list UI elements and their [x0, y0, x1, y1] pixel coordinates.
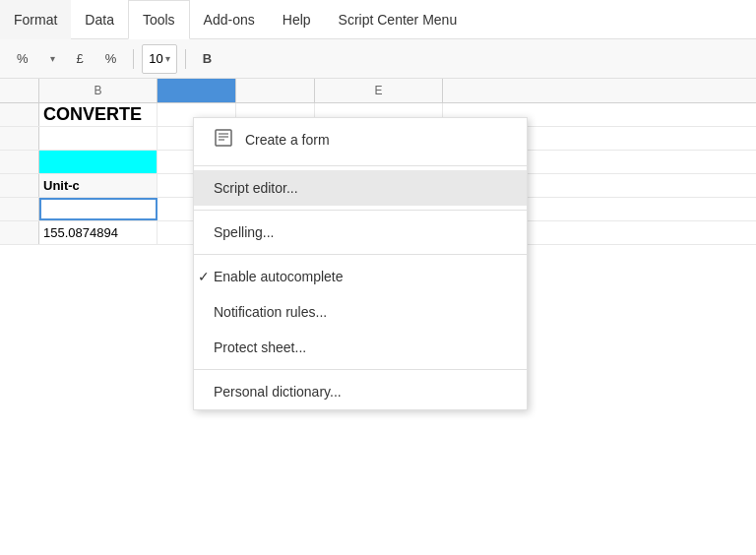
toolbar-percent[interactable]: %: [8, 44, 37, 74]
col-header-e[interactable]: E: [315, 79, 443, 102]
column-headers: B E: [0, 79, 756, 103]
cell-b4[interactable]: Unit-c: [39, 174, 158, 197]
toolbar-separator-2: [185, 49, 186, 69]
menu-script-editor[interactable]: Script editor...: [194, 170, 527, 206]
menu-script-center[interactable]: Script Center Menu: [325, 0, 472, 39]
notification-rules-label: Notification rules...: [214, 304, 327, 320]
menu-help[interactable]: Help: [269, 0, 325, 39]
font-size-dropdown[interactable]: 10 ▾: [142, 44, 176, 74]
toolbar-dropdown-arrow[interactable]: ▾: [41, 44, 64, 74]
autocomplete-label: Enable autocomplete: [214, 269, 344, 284]
menu-separator-4: [194, 369, 527, 370]
cell-b1[interactable]: CONVERTE: [39, 103, 158, 126]
menu-spelling[interactable]: Spelling...: [194, 215, 527, 250]
menu-autocomplete[interactable]: ✓ Enable autocomplete: [194, 259, 527, 294]
menu-data[interactable]: Data: [71, 0, 128, 39]
protect-sheet-label: Protect sheet...: [214, 339, 306, 355]
checkmark-icon: ✓: [198, 269, 210, 284]
col-header-c[interactable]: [158, 79, 236, 102]
spelling-label: Spelling...: [214, 224, 274, 240]
cell-b2[interactable]: [39, 127, 158, 150]
toolbar-bold[interactable]: B: [194, 44, 220, 74]
menu-separator-3: [194, 254, 527, 255]
menu-tools[interactable]: Tools: [128, 0, 190, 39]
script-editor-label: Script editor...: [214, 180, 298, 196]
menu-separator-2: [194, 210, 527, 211]
corner-cell: [0, 79, 39, 102]
menu-personal-dictionary[interactable]: Personal dictionary...: [194, 374, 527, 409]
menu-separator: [194, 165, 527, 166]
cell-b5[interactable]: [39, 198, 158, 220]
form-icon: [214, 128, 233, 152]
menu-format[interactable]: Format: [0, 0, 71, 39]
cell-b6[interactable]: 155.0874894: [39, 221, 158, 244]
col-header-b[interactable]: B: [39, 79, 158, 102]
toolbar-pound[interactable]: £: [68, 44, 93, 74]
toolbar-separator: [133, 49, 134, 69]
menu-bar: Format Data Tools Add-ons Help Script Ce…: [0, 0, 756, 39]
svg-rect-0: [216, 130, 231, 146]
col-header-d[interactable]: [236, 79, 315, 102]
toolbar-percent2[interactable]: %: [96, 44, 126, 74]
menu-create-form[interactable]: Create a form: [194, 118, 527, 161]
toolbar: % ▾ £ % 10 ▾ B: [0, 39, 756, 79]
create-form-label: Create a form: [245, 132, 330, 148]
menu-addons[interactable]: Add-ons: [190, 0, 269, 39]
menu-notification-rules[interactable]: Notification rules...: [194, 294, 527, 330]
cell-b3[interactable]: [39, 151, 158, 173]
personal-dictionary-label: Personal dictionary...: [214, 384, 342, 400]
tools-dropdown-menu: Create a form Script editor... Spelling.…: [193, 117, 528, 410]
spreadsheet-area: B E CONVERTE Unit-c d BTC-used: [0, 79, 756, 555]
menu-protect-sheet[interactable]: Protect sheet...: [194, 330, 527, 365]
